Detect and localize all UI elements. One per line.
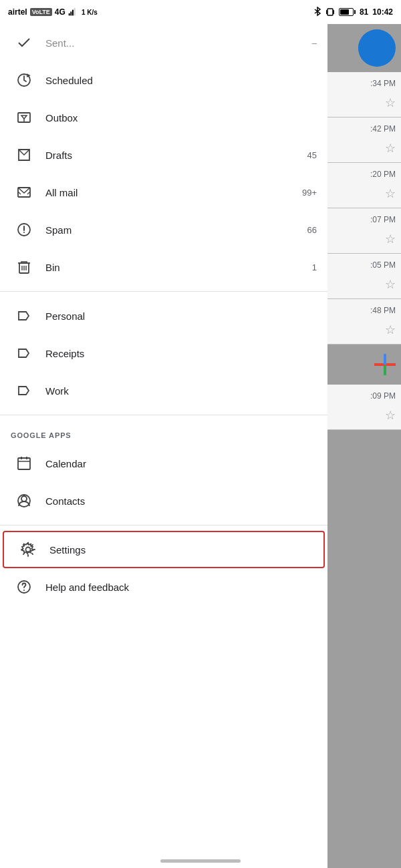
vibrate-icon bbox=[325, 7, 335, 17]
menu-item-help[interactable]: Help and feedback bbox=[0, 568, 327, 606]
sent-icon bbox=[11, 35, 37, 51]
star-icon-2[interactable]: ☆ bbox=[385, 141, 396, 156]
status-right: 81 10:42 bbox=[313, 7, 393, 17]
settings-label: Settings bbox=[49, 544, 313, 556]
star-icon-5[interactable]: ☆ bbox=[385, 277, 396, 292]
divider-google-apps bbox=[0, 415, 327, 415]
svg-rect-3 bbox=[74, 8, 76, 15]
menu-item-personal[interactable]: Personal bbox=[0, 297, 327, 335]
email-time-6: :48 PM bbox=[370, 306, 396, 315]
status-bar: airtel VoLTE 4G 1 K/s 81 10:42 bbox=[0, 0, 401, 24]
calendar-icon bbox=[11, 455, 37, 471]
scheduled-label: Scheduled bbox=[45, 75, 317, 86]
help-svg-icon bbox=[16, 579, 32, 595]
speed-label: 1 K/s bbox=[82, 9, 98, 16]
menu-item-scheduled[interactable]: Scheduled bbox=[0, 61, 327, 99]
svg-rect-4 bbox=[327, 9, 333, 15]
receipts-label-icon bbox=[11, 345, 37, 361]
svg-point-16 bbox=[23, 232, 25, 233]
menu-item-spam[interactable]: Spam 66 bbox=[0, 211, 327, 248]
svg-rect-6 bbox=[333, 10, 334, 14]
all-mail-svg-icon bbox=[16, 184, 32, 200]
drafts-label: Drafts bbox=[45, 150, 307, 161]
menu-item-receipts[interactable]: Receipts bbox=[0, 335, 327, 372]
contacts-label: Contacts bbox=[45, 495, 317, 507]
email-row-3[interactable]: :20 PM ☆ bbox=[327, 163, 401, 208]
email-row-1[interactable]: :34 PM ☆ bbox=[327, 72, 401, 118]
settings-icon bbox=[15, 541, 41, 558]
all-mail-label: All mail bbox=[45, 187, 302, 198]
menu-item-drafts[interactable]: Drafts 45 bbox=[0, 136, 327, 174]
star-icon-3[interactable]: ☆ bbox=[385, 186, 396, 201]
star-icon-1[interactable]: ☆ bbox=[385, 95, 396, 110]
star-icon-6[interactable]: ☆ bbox=[385, 322, 396, 337]
menu-item-contacts[interactable]: Contacts bbox=[0, 482, 327, 519]
contacts-icon bbox=[11, 493, 37, 509]
email-panel: :34 PM ☆ :42 PM ☆ :20 PM ☆ :07 PM ☆ :05 … bbox=[327, 24, 401, 868]
email-row-4[interactable]: :07 PM ☆ bbox=[327, 208, 401, 254]
battery-indicator bbox=[339, 8, 356, 16]
main-container: Sent... – Scheduled bbox=[0, 24, 401, 868]
email-time-7: :09 PM bbox=[370, 391, 396, 401]
receipts-label: Receipts bbox=[45, 348, 317, 359]
svg-point-25 bbox=[21, 496, 27, 501]
status-left: airtel VoLTE 4G 1 K/s bbox=[8, 7, 98, 17]
calendar-label: Calendar bbox=[45, 458, 317, 469]
bin-icon bbox=[11, 259, 37, 275]
avatar[interactable] bbox=[358, 29, 396, 67]
svg-rect-21 bbox=[18, 458, 30, 469]
outbox-label: Outbox bbox=[45, 112, 317, 124]
google-apps-section-header: GOOGLE APPS bbox=[0, 421, 327, 445]
email-list: :34 PM ☆ :42 PM ☆ :20 PM ☆ :07 PM ☆ :05 … bbox=[327, 72, 401, 430]
star-icon-7[interactable]: ☆ bbox=[385, 408, 396, 423]
work-label: Work bbox=[45, 385, 317, 397]
navigation-drawer: Sent... – Scheduled bbox=[0, 24, 327, 868]
help-icon bbox=[11, 579, 37, 595]
battery-percent: 81 bbox=[360, 7, 368, 17]
email-row-5[interactable]: :05 PM ☆ bbox=[327, 254, 401, 299]
outbox-svg-icon bbox=[16, 110, 32, 126]
menu-item-sent[interactable]: Sent... – bbox=[0, 24, 327, 61]
email-row-7[interactable]: :09 PM ☆ bbox=[327, 385, 401, 430]
carrier-label: airtel bbox=[8, 7, 27, 17]
work-label-icon bbox=[11, 383, 37, 399]
compose-area bbox=[327, 345, 401, 385]
svg-rect-2 bbox=[72, 10, 74, 16]
star-icon-4[interactable]: ☆ bbox=[385, 232, 396, 246]
menu-item-all-mail[interactable]: All mail 99+ bbox=[0, 174, 327, 211]
svg-rect-5 bbox=[326, 10, 327, 14]
svg-marker-9 bbox=[21, 116, 27, 119]
email-row-6[interactable]: :48 PM ☆ bbox=[327, 299, 401, 345]
help-label: Help and feedback bbox=[45, 582, 317, 593]
google-plus-icon bbox=[374, 354, 396, 375]
menu-item-settings[interactable]: Settings bbox=[3, 531, 325, 568]
email-time-2: :42 PM bbox=[370, 124, 396, 134]
spam-count: 66 bbox=[307, 225, 317, 235]
bluetooth-icon bbox=[313, 7, 321, 17]
personal-label-icon bbox=[11, 308, 37, 324]
menu-item-bin[interactable]: Bin 1 bbox=[0, 248, 327, 286]
google-plus-button[interactable] bbox=[372, 353, 396, 377]
menu-item-calendar[interactable]: Calendar bbox=[0, 445, 327, 482]
bin-count: 1 bbox=[312, 262, 317, 272]
svg-rect-0 bbox=[69, 13, 70, 15]
settings-svg-icon bbox=[20, 541, 36, 558]
menu-item-outbox[interactable]: Outbox bbox=[0, 99, 327, 136]
volte-badge: VoLTE bbox=[30, 8, 52, 16]
menu-item-work[interactable]: Work bbox=[0, 372, 327, 409]
network-gen: 4G bbox=[55, 7, 65, 17]
scheduled-icon bbox=[11, 72, 37, 88]
drafts-svg-icon bbox=[16, 147, 32, 163]
drafts-icon bbox=[11, 147, 37, 163]
svg-rect-33 bbox=[374, 363, 385, 366]
scheduled-svg-icon bbox=[16, 72, 32, 88]
personal-svg-icon bbox=[16, 308, 32, 324]
work-svg-icon bbox=[16, 383, 32, 399]
divider-settings bbox=[0, 525, 327, 525]
drafts-count: 45 bbox=[307, 150, 317, 160]
email-row-2[interactable]: :42 PM ☆ bbox=[327, 118, 401, 163]
svg-point-30 bbox=[23, 590, 25, 591]
email-time-1: :34 PM bbox=[370, 79, 396, 88]
divider-labels bbox=[0, 291, 327, 292]
spam-svg-icon bbox=[16, 222, 32, 238]
